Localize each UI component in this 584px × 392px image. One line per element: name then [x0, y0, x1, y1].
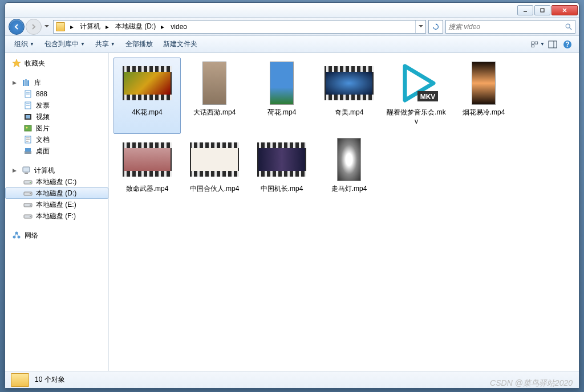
- sidebar-label: 收藏夹: [25, 59, 45, 68]
- breadcrumb-folder[interactable]: video: [167, 21, 189, 33]
- sidebar-drive-item[interactable]: 本地磁盘 (D:): [5, 187, 108, 199]
- status-count: 10 个对象: [35, 375, 65, 385]
- minimize-button[interactable]: [517, 5, 533, 15]
- file-item[interactable]: 走马灯.mp4: [315, 134, 383, 210]
- library-icon: [22, 78, 31, 87]
- svg-point-37: [30, 193, 31, 194]
- back-button[interactable]: [9, 19, 25, 35]
- sidebar-lib-item[interactable]: 发票: [5, 100, 108, 111]
- sidebar-label: 图片: [36, 124, 50, 133]
- toolbar-label: 共享: [95, 39, 109, 49]
- svg-point-41: [30, 216, 31, 217]
- svg-rect-33: [25, 173, 28, 174]
- titlebar[interactable]: [5, 3, 579, 18]
- svg-point-25: [26, 127, 28, 129]
- file-name: 走马灯.mp4: [331, 185, 367, 194]
- breadcrumb-drive[interactable]: 本地磁盘 (D:): [112, 21, 158, 33]
- sidebar-computer[interactable]: 计算机: [5, 165, 108, 176]
- sidebar-label: 发票: [36, 101, 50, 111]
- svg-rect-24: [25, 125, 31, 131]
- close-button[interactable]: [551, 5, 578, 15]
- file-name: 中国机长.mp4: [261, 185, 303, 194]
- sidebar-lib-item[interactable]: 桌面: [5, 145, 108, 157]
- breadcrumb-computer[interactable]: 计算机: [76, 21, 103, 33]
- file-name: 中国合伙人.mp4: [190, 185, 240, 194]
- navigation-bar: ▸ 计算机 ▸ 本地磁盘 (D:) ▸ video: [5, 18, 579, 36]
- lib-item-icon: [23, 124, 33, 133]
- lib-item-icon: [23, 89, 33, 99]
- file-item[interactable]: 中国机长.mp4: [248, 134, 315, 210]
- breadcrumb-arrow[interactable]: ▸: [158, 21, 167, 33]
- preview-pane-button[interactable]: [546, 38, 559, 51]
- video-thumbnail: [270, 62, 294, 105]
- svg-rect-32: [23, 167, 30, 172]
- svg-rect-9: [549, 41, 557, 48]
- collapse-icon[interactable]: [12, 168, 17, 173]
- svg-rect-7: [535, 42, 538, 44]
- file-item[interactable]: 奇美.mp4: [315, 58, 383, 134]
- explorer-window: ▸ 计算机 ▸ 本地磁盘 (D:) ▸ video 组织▼ 包含到库中▼ 共享▼…: [5, 2, 579, 389]
- sidebar-lib-item[interactable]: 文档: [5, 134, 108, 145]
- status-bar: 10 个对象: [5, 371, 579, 388]
- svg-text:MKV: MKV: [420, 93, 436, 101]
- file-item[interactable]: 烟花易冷.mp4: [450, 58, 517, 134]
- sidebar-favorites[interactable]: 收藏夹: [5, 58, 108, 69]
- help-button[interactable]: ?: [561, 38, 574, 51]
- include-library-button[interactable]: 包含到库中▼: [40, 37, 90, 51]
- file-name: 荷花.mp4: [267, 108, 297, 117]
- video-thumbnail: [123, 66, 172, 100]
- sidebar-lib-item[interactable]: 888: [5, 88, 108, 100]
- file-item[interactable]: 荷花.mp4: [248, 58, 315, 134]
- toolbar-label: 全部播放: [125, 39, 153, 49]
- file-name: 醒着做梦音乐会.mkv: [386, 108, 447, 126]
- organize-button[interactable]: 组织▼: [10, 37, 39, 51]
- svg-point-4: [566, 24, 570, 28]
- network-icon: [12, 231, 21, 240]
- collapse-icon[interactable]: [12, 80, 17, 85]
- file-item[interactable]: 中国合伙人.mp4: [181, 134, 248, 210]
- file-name: 烟花易冷.mp4: [463, 108, 505, 117]
- address-dropdown[interactable]: [415, 21, 425, 33]
- drive-icon: [23, 177, 33, 186]
- file-item[interactable]: 大话西游.mp4: [181, 58, 248, 134]
- folder-icon: [56, 22, 65, 31]
- breadcrumb-arrow-root[interactable]: ▸: [67, 21, 76, 33]
- breadcrumb-arrow[interactable]: ▸: [103, 21, 112, 33]
- sidebar-label: 视频: [36, 112, 50, 122]
- file-item[interactable]: MKV醒着做梦音乐会.mkv: [383, 58, 450, 134]
- share-button[interactable]: 共享▼: [91, 37, 120, 51]
- sidebar-label: 本地磁盘 (E:): [36, 200, 76, 210]
- play-all-button[interactable]: 全部播放: [121, 37, 157, 51]
- search-input[interactable]: [448, 23, 565, 31]
- drive-icon: [23, 211, 33, 220]
- sidebar-lib-item[interactable]: 图片: [5, 122, 108, 134]
- file-name: 致命武器.mp4: [126, 185, 169, 194]
- sidebar-lib-item[interactable]: 视频: [5, 111, 108, 122]
- address-bar[interactable]: ▸ 计算机 ▸ 本地磁盘 (D:) ▸ video: [53, 20, 426, 34]
- toolbar-label: 包含到库中: [44, 39, 79, 49]
- file-item[interactable]: 4K花.mp4: [113, 58, 181, 134]
- lib-item-icon: [23, 101, 33, 110]
- history-dropdown[interactable]: [43, 19, 51, 35]
- file-content-area[interactable]: 4K花.mp4大话西游.mp4荷花.mp4奇美.mp4MKV醒着做梦音乐会.mk…: [109, 53, 579, 371]
- breadcrumb-label: 本地磁盘 (D:): [115, 22, 156, 31]
- body: 收藏夹 库 888发票视频图片文档桌面 计算机 本地磁盘 (C:)本地磁盘 (D…: [5, 53, 579, 371]
- video-thumbnail: [325, 66, 374, 100]
- maximize-button[interactable]: [534, 5, 550, 15]
- svg-rect-1: [541, 9, 544, 12]
- svg-text:?: ?: [565, 40, 569, 48]
- new-folder-button[interactable]: 新建文件夹: [159, 37, 202, 51]
- search-box[interactable]: [445, 20, 575, 34]
- sidebar-drive-item[interactable]: 本地磁盘 (C:): [5, 176, 108, 187]
- sidebar-drive-item[interactable]: 本地磁盘 (F:): [5, 210, 108, 222]
- sidebar-library[interactable]: 库: [5, 77, 108, 88]
- sidebar-network[interactable]: 网络: [5, 230, 108, 241]
- refresh-button[interactable]: [428, 20, 443, 34]
- search-icon[interactable]: [565, 23, 573, 31]
- svg-rect-13: [23, 80, 25, 86]
- file-item[interactable]: 致命武器.mp4: [113, 134, 181, 210]
- svg-point-35: [30, 182, 31, 183]
- sidebar-drive-item[interactable]: 本地磁盘 (E:): [5, 199, 108, 210]
- sidebar-label: 文档: [36, 135, 50, 145]
- view-options-button[interactable]: ▼: [531, 38, 545, 51]
